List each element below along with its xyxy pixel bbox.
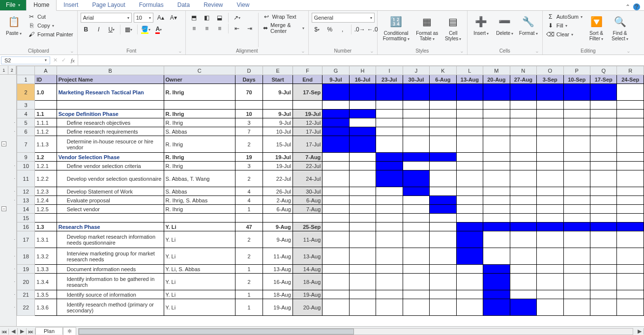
- column-header[interactable]: N: [510, 66, 536, 75]
- gantt-cell[interactable]: [403, 290, 429, 299]
- cell[interactable]: 25-Sep: [293, 223, 322, 231]
- tab-view[interactable]: View: [230, 0, 257, 10]
- cell[interactable]: Scope Definition Phase: [57, 110, 164, 118]
- gantt-cell[interactable]: [403, 196, 429, 205]
- italic-button[interactable]: I: [93, 25, 104, 34]
- cell[interactable]: Y. Li: [164, 290, 235, 299]
- cell[interactable]: 2: [235, 170, 263, 187]
- cell[interactable]: R. Ihrig: [164, 153, 235, 162]
- column-header[interactable]: O: [537, 66, 563, 75]
- column-header[interactable]: I: [376, 66, 403, 75]
- comma-button[interactable]: ,: [337, 25, 348, 34]
- cell[interactable]: [403, 214, 429, 223]
- cell[interactable]: Develop Statement of Work: [57, 187, 164, 196]
- cell[interactable]: 19-Jul: [293, 110, 322, 118]
- gantt-cell[interactable]: [563, 205, 590, 214]
- cell[interactable]: 20-Aug: [293, 299, 322, 316]
- gantt-cell[interactable]: [322, 265, 349, 274]
- gantt-cell[interactable]: [322, 170, 349, 187]
- gantt-cell[interactable]: [349, 118, 376, 127]
- gantt-cell[interactable]: [563, 187, 590, 196]
- copy-button[interactable]: ⎘Copy: [27, 22, 74, 29]
- gantt-cell[interactable]: [403, 274, 429, 290]
- cell[interactable]: 3: [235, 118, 263, 127]
- gantt-cell[interactable]: [403, 265, 429, 274]
- header-cell[interactable]: End: [293, 75, 322, 84]
- cell[interactable]: 30-Jul: [293, 187, 322, 196]
- cell[interactable]: Y. Li: [164, 231, 235, 248]
- column-header[interactable]: C: [164, 66, 235, 75]
- gantt-cell[interactable]: [430, 274, 456, 290]
- row-header[interactable]: 2: [17, 84, 35, 101]
- cut-button[interactable]: ✂Cut: [27, 13, 74, 21]
- cell[interactable]: Evaluate proposal: [57, 196, 164, 205]
- row-header[interactable]: 19: [17, 265, 35, 274]
- gantt-cell[interactable]: [590, 274, 617, 290]
- gantt-cell[interactable]: [456, 290, 483, 299]
- cell[interactable]: Document information needs: [57, 265, 164, 274]
- cell[interactable]: [510, 214, 536, 223]
- gantt-cell[interactable]: [483, 299, 510, 316]
- name-box[interactable]: S2▾: [1, 56, 50, 64]
- gantt-cell[interactable]: [590, 231, 617, 248]
- gantt-cell[interactable]: [563, 299, 590, 316]
- gantt-cell[interactable]: [537, 274, 563, 290]
- gantt-cell[interactable]: [376, 110, 403, 118]
- gantt-cell[interactable]: [563, 110, 590, 118]
- gantt-cell[interactable]: [376, 231, 403, 248]
- gantt-cell[interactable]: [349, 223, 376, 231]
- gantt-cell[interactable]: [349, 231, 376, 248]
- gantt-cell[interactable]: [537, 187, 563, 196]
- cell[interactable]: 10: [235, 110, 263, 118]
- gantt-cell[interactable]: [617, 110, 644, 118]
- gantt-cell[interactable]: [456, 162, 483, 170]
- gantt-cell[interactable]: [510, 274, 536, 290]
- gantt-cell[interactable]: [322, 110, 349, 118]
- header-cell[interactable]: 17-Sep: [590, 75, 617, 84]
- cell[interactable]: 11-Aug: [263, 248, 293, 265]
- gantt-cell[interactable]: [483, 153, 510, 162]
- gantt-cell[interactable]: [403, 170, 429, 187]
- font-name-select[interactable]: Arial▾: [81, 13, 132, 23]
- header-cell[interactable]: 16-Jul: [349, 75, 376, 84]
- cell[interactable]: [35, 101, 57, 110]
- underline-button[interactable]: U: [106, 25, 117, 34]
- cell[interactable]: 19-Aug: [263, 299, 293, 316]
- cell[interactable]: [235, 101, 263, 110]
- gantt-cell[interactable]: [563, 136, 590, 153]
- gantt-cell[interactable]: [403, 187, 429, 196]
- cell[interactable]: 2: [235, 231, 263, 248]
- tab-review[interactable]: Review: [197, 0, 230, 10]
- gantt-cell[interactable]: [537, 127, 563, 136]
- gantt-cell[interactable]: [430, 84, 456, 101]
- gantt-cell[interactable]: [322, 127, 349, 136]
- gantt-cell[interactable]: [456, 136, 483, 153]
- gantt-cell[interactable]: [483, 187, 510, 196]
- column-header[interactable]: G: [322, 66, 349, 75]
- formula-input[interactable]: [78, 55, 644, 65]
- gantt-cell[interactable]: [403, 231, 429, 248]
- cell[interactable]: 4: [235, 196, 263, 205]
- borders-button[interactable]: ▦: [123, 25, 134, 34]
- row-header[interactable]: 6: [17, 127, 35, 136]
- cell[interactable]: 1.2.1: [35, 162, 57, 170]
- cell[interactable]: [563, 101, 590, 110]
- cell[interactable]: 1.2: [35, 153, 57, 162]
- header-cell[interactable]: Project Name: [57, 75, 164, 84]
- header-cell[interactable]: 10-Sep: [563, 75, 590, 84]
- gantt-cell[interactable]: [510, 162, 536, 170]
- cell[interactable]: 19: [235, 153, 263, 162]
- align-left-button[interactable]: ≡: [189, 24, 200, 33]
- header-cell[interactable]: Start: [263, 75, 293, 84]
- gantt-cell[interactable]: [322, 223, 349, 231]
- cell[interactable]: R. Ihrig: [164, 84, 235, 101]
- gantt-cell[interactable]: [349, 127, 376, 136]
- gantt-cell[interactable]: [322, 196, 349, 205]
- gantt-cell[interactable]: [322, 118, 349, 127]
- select-all-corner[interactable]: [17, 66, 35, 75]
- gantt-cell[interactable]: [537, 118, 563, 127]
- gantt-cell[interactable]: [456, 187, 483, 196]
- gantt-cell[interactable]: [403, 223, 429, 231]
- gantt-cell[interactable]: [430, 290, 456, 299]
- cell[interactable]: 24-Jul: [293, 170, 322, 187]
